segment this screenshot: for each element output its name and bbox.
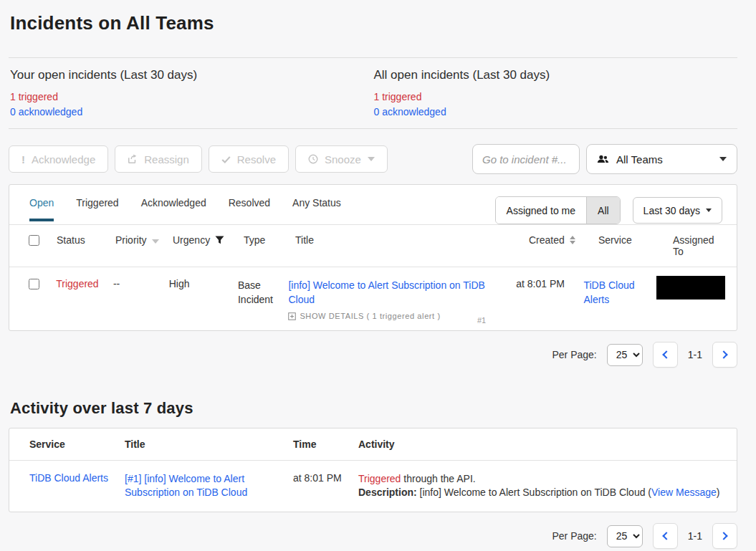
incident-number: #1 [477,316,486,325]
assigned-all-button[interactable]: All [586,197,620,224]
column-header-created[interactable]: Created [529,234,598,246]
column-label: Created [529,234,565,246]
service-link[interactable]: TiDB Cloud Alerts [29,472,108,484]
activity-heading: Activity over last 7 days [10,399,737,418]
activity-table-card: Service Title Time Activity TiDB Cloud A… [9,428,737,512]
column-header-time: Time [293,439,358,450]
assignee-redacted-box [656,276,725,300]
clock-icon [308,154,318,164]
activity-time-cell: at 8:01 PM [293,472,358,484]
your-open-incidents-heading: Your open incidents (Last 30 days) [10,68,374,82]
column-header-priority[interactable]: Priority [115,234,173,246]
all-triggered-count-link[interactable]: 1 triggered [374,90,738,105]
activity-title-link[interactable]: [#1] [info] Welcome to Alert Subscriptio… [125,473,247,498]
your-triggered-count-link[interactable]: 1 triggered [10,90,374,105]
description-text: [info] Welcome to Alert Subscription on … [417,487,651,498]
reassign-button[interactable]: Reassign [115,145,202,173]
chevron-left-icon [662,350,670,358]
column-header-assigned-to[interactable]: Assigned To [673,234,725,257]
incident-type-cell: Base Incident [238,278,288,307]
column-header-activity: Activity [358,439,725,450]
activity-table-header: Service Title Time Activity [9,428,737,460]
reassign-button-label: Reassign [144,153,189,166]
your-open-incidents: Your open incidents (Last 30 days) 1 tri… [10,68,374,120]
column-header-title[interactable]: Title [295,234,529,246]
show-details-toggle[interactable]: SHOW DETAILS ( 1 triggered alert ) [288,312,440,320]
previous-page-button[interactable] [653,523,678,549]
check-icon [221,155,231,164]
column-label: Title [295,234,314,246]
incidents-pagination: Per Page: 25 1-1 [9,342,737,368]
your-acknowledged-count-link[interactable]: 0 acknowledged [10,105,374,120]
row-checkbox[interactable] [29,279,39,289]
chevron-right-icon [719,350,727,358]
next-page-button[interactable] [712,342,737,368]
acknowledge-button-label: Acknowledge [32,153,95,166]
column-header-service: Service [21,439,125,450]
description-label: Description: [358,487,417,498]
incident-actions-toolbar: ! Acknowledge Reassign Resolve Snooze [9,144,737,174]
select-all-checkbox-cell [21,234,48,248]
snooze-button[interactable]: Snooze [295,145,388,173]
show-details-label: SHOW DETAILS ( 1 triggered alert ) [300,312,440,320]
team-filter-dropdown[interactable]: All Teams [586,144,737,174]
activity-detail-cell: Triggered through the API. Description: … [358,472,725,499]
chevron-down-icon [368,157,375,161]
all-open-incidents: All open incidents (Last 30 days) 1 trig… [374,68,738,120]
service-link[interactable]: TiDB Cloud Alerts [583,279,634,305]
incident-service-cell: TiDB Cloud Alerts [583,278,656,307]
column-label: Service [598,234,632,246]
open-incidents-summary: Your open incidents (Last 30 days) 1 tri… [9,58,737,128]
activity-status-label: Triggered [358,473,401,484]
chevron-right-icon [719,532,727,540]
description-close-paren: ) [717,487,720,498]
resolve-button[interactable]: Resolve [209,145,289,173]
column-label: Urgency [173,234,210,246]
column-header-status[interactable]: Status [48,234,115,246]
column-header-type[interactable]: Type [244,234,295,246]
incident-title-link[interactable]: [info] Welcome to Alert Subscription on … [288,278,494,307]
date-range-dropdown[interactable]: Last 30 days [633,197,722,224]
filter-icon[interactable] [215,236,224,244]
column-header-urgency[interactable]: Urgency [173,234,244,246]
all-acknowledged-count-link[interactable]: 0 acknowledged [374,105,738,120]
column-label: Assigned To [673,234,725,257]
exclamation-icon: ! [21,153,25,166]
snooze-button-label: Snooze [325,153,361,166]
column-header-title: Title [125,439,293,450]
tab-triggered[interactable]: Triggered [76,197,118,221]
acknowledge-button[interactable]: ! Acknowledge [9,145,108,173]
tab-acknowledged[interactable]: Acknowledged [141,197,206,221]
view-message-link[interactable]: View Message [651,487,717,498]
next-page-button[interactable] [712,523,737,549]
status-tabs: Open Triggered Acknowledged Resolved Any… [29,197,341,221]
plus-square-icon [288,312,296,320]
activity-pagination: Per Page: 25 1-1 [9,523,737,549]
row-checkbox-cell [21,278,47,292]
tab-any-status[interactable]: Any Status [292,197,341,221]
activity-service-cell: TiDB Cloud Alerts [21,472,125,484]
sort-both-icon [570,236,575,244]
incident-row: Triggered -- High Base Incident [info] W… [9,267,737,330]
select-all-checkbox[interactable] [29,235,39,246]
incident-created-cell: at 8:01 PM [516,278,583,289]
previous-page-button[interactable] [653,342,678,368]
chevron-down-icon [706,209,712,212]
column-label: Status [57,234,85,246]
date-range-value: Last 30 days [643,205,700,216]
per-page-select[interactable]: 25 [607,525,643,547]
goto-incident-input[interactable] [472,144,580,174]
sort-down-icon [152,239,159,244]
resolve-button-label: Resolve [237,153,276,166]
page-range: 1-1 [688,530,702,542]
per-page-select[interactable]: 25 [607,344,643,366]
tab-open[interactable]: Open [29,197,54,221]
activity-title-cell: [#1] [info] Welcome to Alert Subscriptio… [125,472,293,499]
assigned-to-me-button[interactable]: Assigned to me [496,197,587,224]
teams-icon [597,154,609,164]
column-header-service[interactable]: Service [598,234,673,246]
tab-resolved[interactable]: Resolved [229,197,270,221]
page-title: Incidents on All Teams [9,0,737,34]
per-page-label: Per Page: [552,349,597,360]
per-page-label: Per Page: [552,530,597,542]
